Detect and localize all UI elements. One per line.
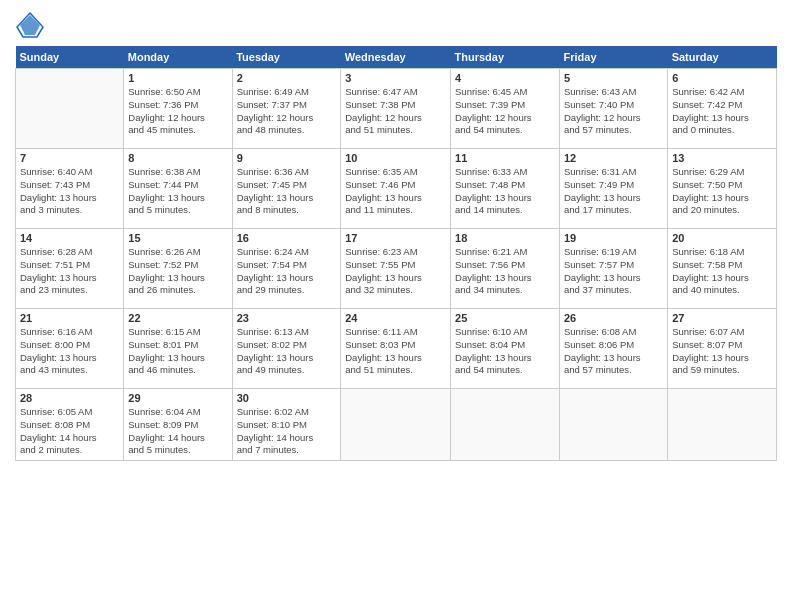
calendar-cell: 1Sunrise: 6:50 AMSunset: 7:36 PMDaylight… xyxy=(124,69,232,149)
day-info: Sunrise: 6:35 AMSunset: 7:46 PMDaylight:… xyxy=(345,166,446,217)
calendar-cell xyxy=(451,389,560,461)
logo xyxy=(15,10,49,40)
calendar-week-row: 1Sunrise: 6:50 AMSunset: 7:36 PMDaylight… xyxy=(16,69,777,149)
weekday-header: Friday xyxy=(560,46,668,69)
day-info: Sunrise: 6:13 AMSunset: 8:02 PMDaylight:… xyxy=(237,326,337,377)
day-number: 19 xyxy=(564,232,663,244)
day-info: Sunrise: 6:29 AMSunset: 7:50 PMDaylight:… xyxy=(672,166,772,217)
page-header xyxy=(15,10,777,40)
day-info: Sunrise: 6:43 AMSunset: 7:40 PMDaylight:… xyxy=(564,86,663,137)
calendar-cell: 25Sunrise: 6:10 AMSunset: 8:04 PMDayligh… xyxy=(451,309,560,389)
day-info: Sunrise: 6:21 AMSunset: 7:56 PMDaylight:… xyxy=(455,246,555,297)
day-number: 5 xyxy=(564,72,663,84)
day-info: Sunrise: 6:31 AMSunset: 7:49 PMDaylight:… xyxy=(564,166,663,217)
weekday-header: Tuesday xyxy=(232,46,341,69)
day-number: 8 xyxy=(128,152,227,164)
day-info: Sunrise: 6:26 AMSunset: 7:52 PMDaylight:… xyxy=(128,246,227,297)
weekday-header: Thursday xyxy=(451,46,560,69)
calendar-cell: 6Sunrise: 6:42 AMSunset: 7:42 PMDaylight… xyxy=(668,69,777,149)
day-info: Sunrise: 6:42 AMSunset: 7:42 PMDaylight:… xyxy=(672,86,772,137)
day-number: 28 xyxy=(20,392,119,404)
day-number: 29 xyxy=(128,392,227,404)
calendar-cell xyxy=(668,389,777,461)
day-number: 10 xyxy=(345,152,446,164)
day-number: 17 xyxy=(345,232,446,244)
day-info: Sunrise: 6:49 AMSunset: 7:37 PMDaylight:… xyxy=(237,86,337,137)
day-number: 21 xyxy=(20,312,119,324)
day-number: 7 xyxy=(20,152,119,164)
calendar-week-row: 7Sunrise: 6:40 AMSunset: 7:43 PMDaylight… xyxy=(16,149,777,229)
day-number: 27 xyxy=(672,312,772,324)
calendar-cell xyxy=(560,389,668,461)
calendar-cell: 5Sunrise: 6:43 AMSunset: 7:40 PMDaylight… xyxy=(560,69,668,149)
calendar-cell: 16Sunrise: 6:24 AMSunset: 7:54 PMDayligh… xyxy=(232,229,341,309)
day-number: 16 xyxy=(237,232,337,244)
day-info: Sunrise: 6:19 AMSunset: 7:57 PMDaylight:… xyxy=(564,246,663,297)
calendar-cell: 8Sunrise: 6:38 AMSunset: 7:44 PMDaylight… xyxy=(124,149,232,229)
calendar-cell: 13Sunrise: 6:29 AMSunset: 7:50 PMDayligh… xyxy=(668,149,777,229)
calendar-cell: 29Sunrise: 6:04 AMSunset: 8:09 PMDayligh… xyxy=(124,389,232,461)
calendar-cell: 18Sunrise: 6:21 AMSunset: 7:56 PMDayligh… xyxy=(451,229,560,309)
day-info: Sunrise: 6:40 AMSunset: 7:43 PMDaylight:… xyxy=(20,166,119,217)
calendar-body: 1Sunrise: 6:50 AMSunset: 7:36 PMDaylight… xyxy=(16,69,777,461)
day-number: 12 xyxy=(564,152,663,164)
day-info: Sunrise: 6:36 AMSunset: 7:45 PMDaylight:… xyxy=(237,166,337,217)
calendar-cell: 27Sunrise: 6:07 AMSunset: 8:07 PMDayligh… xyxy=(668,309,777,389)
day-number: 30 xyxy=(237,392,337,404)
calendar-cell: 14Sunrise: 6:28 AMSunset: 7:51 PMDayligh… xyxy=(16,229,124,309)
weekday-header: Sunday xyxy=(16,46,124,69)
day-number: 9 xyxy=(237,152,337,164)
day-info: Sunrise: 6:05 AMSunset: 8:08 PMDaylight:… xyxy=(20,406,119,457)
calendar-cell: 2Sunrise: 6:49 AMSunset: 7:37 PMDaylight… xyxy=(232,69,341,149)
calendar-cell: 30Sunrise: 6:02 AMSunset: 8:10 PMDayligh… xyxy=(232,389,341,461)
day-number: 6 xyxy=(672,72,772,84)
calendar-header: SundayMondayTuesdayWednesdayThursdayFrid… xyxy=(16,46,777,69)
logo-icon xyxy=(15,10,45,40)
calendar-cell: 17Sunrise: 6:23 AMSunset: 7:55 PMDayligh… xyxy=(341,229,451,309)
days-of-week-row: SundayMondayTuesdayWednesdayThursdayFrid… xyxy=(16,46,777,69)
day-number: 25 xyxy=(455,312,555,324)
day-info: Sunrise: 6:15 AMSunset: 8:01 PMDaylight:… xyxy=(128,326,227,377)
calendar-cell: 3Sunrise: 6:47 AMSunset: 7:38 PMDaylight… xyxy=(341,69,451,149)
day-number: 14 xyxy=(20,232,119,244)
weekday-header: Saturday xyxy=(668,46,777,69)
day-info: Sunrise: 6:10 AMSunset: 8:04 PMDaylight:… xyxy=(455,326,555,377)
day-info: Sunrise: 6:33 AMSunset: 7:48 PMDaylight:… xyxy=(455,166,555,217)
calendar-cell: 11Sunrise: 6:33 AMSunset: 7:48 PMDayligh… xyxy=(451,149,560,229)
calendar-cell: 23Sunrise: 6:13 AMSunset: 8:02 PMDayligh… xyxy=(232,309,341,389)
day-info: Sunrise: 6:11 AMSunset: 8:03 PMDaylight:… xyxy=(345,326,446,377)
calendar-week-row: 28Sunrise: 6:05 AMSunset: 8:08 PMDayligh… xyxy=(16,389,777,461)
day-info: Sunrise: 6:08 AMSunset: 8:06 PMDaylight:… xyxy=(564,326,663,377)
calendar-cell: 7Sunrise: 6:40 AMSunset: 7:43 PMDaylight… xyxy=(16,149,124,229)
day-info: Sunrise: 6:02 AMSunset: 8:10 PMDaylight:… xyxy=(237,406,337,457)
day-info: Sunrise: 6:45 AMSunset: 7:39 PMDaylight:… xyxy=(455,86,555,137)
day-number: 20 xyxy=(672,232,772,244)
day-info: Sunrise: 6:07 AMSunset: 8:07 PMDaylight:… xyxy=(672,326,772,377)
day-number: 23 xyxy=(237,312,337,324)
calendar-cell: 9Sunrise: 6:36 AMSunset: 7:45 PMDaylight… xyxy=(232,149,341,229)
day-info: Sunrise: 6:16 AMSunset: 8:00 PMDaylight:… xyxy=(20,326,119,377)
calendar-cell: 12Sunrise: 6:31 AMSunset: 7:49 PMDayligh… xyxy=(560,149,668,229)
day-number: 2 xyxy=(237,72,337,84)
calendar-cell: 21Sunrise: 6:16 AMSunset: 8:00 PMDayligh… xyxy=(16,309,124,389)
day-number: 26 xyxy=(564,312,663,324)
calendar-cell: 15Sunrise: 6:26 AMSunset: 7:52 PMDayligh… xyxy=(124,229,232,309)
calendar-cell: 4Sunrise: 6:45 AMSunset: 7:39 PMDaylight… xyxy=(451,69,560,149)
day-number: 18 xyxy=(455,232,555,244)
day-info: Sunrise: 6:24 AMSunset: 7:54 PMDaylight:… xyxy=(237,246,337,297)
day-info: Sunrise: 6:38 AMSunset: 7:44 PMDaylight:… xyxy=(128,166,227,217)
day-number: 4 xyxy=(455,72,555,84)
calendar-cell: 28Sunrise: 6:05 AMSunset: 8:08 PMDayligh… xyxy=(16,389,124,461)
day-info: Sunrise: 6:18 AMSunset: 7:58 PMDaylight:… xyxy=(672,246,772,297)
day-number: 1 xyxy=(128,72,227,84)
day-number: 22 xyxy=(128,312,227,324)
calendar-cell: 10Sunrise: 6:35 AMSunset: 7:46 PMDayligh… xyxy=(341,149,451,229)
day-info: Sunrise: 6:28 AMSunset: 7:51 PMDaylight:… xyxy=(20,246,119,297)
calendar-cell: 26Sunrise: 6:08 AMSunset: 8:06 PMDayligh… xyxy=(560,309,668,389)
weekday-header: Monday xyxy=(124,46,232,69)
calendar-cell: 19Sunrise: 6:19 AMSunset: 7:57 PMDayligh… xyxy=(560,229,668,309)
day-info: Sunrise: 6:47 AMSunset: 7:38 PMDaylight:… xyxy=(345,86,446,137)
day-info: Sunrise: 6:23 AMSunset: 7:55 PMDaylight:… xyxy=(345,246,446,297)
page-container: SundayMondayTuesdayWednesdayThursdayFrid… xyxy=(0,0,792,471)
day-number: 3 xyxy=(345,72,446,84)
